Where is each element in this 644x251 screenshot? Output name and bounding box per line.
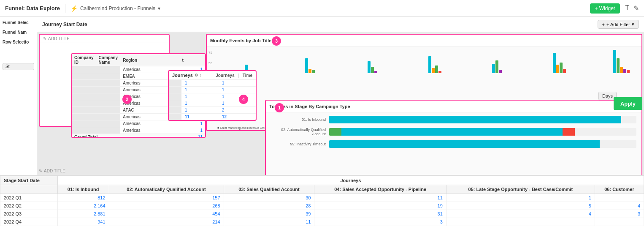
bottom-data-table: Stage Start Date Journeys 01: Is Inbound… (0, 176, 644, 226)
company-name-cell (96, 127, 121, 134)
chart-bar (492, 64, 495, 73)
red-seg (563, 128, 575, 136)
chart-bar (308, 69, 311, 73)
col-t: t (180, 54, 205, 66)
add-title-icon: ✎ (43, 36, 46, 41)
company-id-cell (72, 107, 96, 114)
add-filter-button[interactable]: + + Add Filter ▾ (598, 20, 639, 29)
add-widget-button[interactable]: + Widget (590, 3, 620, 14)
col-region: Region (120, 54, 179, 66)
jm-total-id (169, 114, 181, 120)
val-6 (595, 194, 644, 202)
chart-bar (623, 69, 626, 73)
grand-total-value: 11 (180, 134, 205, 138)
col-company-id: Company ID (72, 54, 96, 66)
cyan-seg-2 (341, 128, 563, 136)
val-3: 30 (224, 194, 314, 202)
company-name-cell (96, 120, 121, 127)
chart-bar (560, 63, 563, 73)
chart-bar (312, 70, 315, 73)
touches-row-3: 99: Inactivity Timeout (271, 140, 636, 148)
col-header-3: 03: Sales Qualified Account (224, 185, 314, 194)
select-button[interactable]: St (3, 63, 34, 70)
val-2: 454 (109, 210, 224, 218)
funnel-select-label: Funnel Selec (3, 20, 34, 25)
touches-chart: 01: Is Inbound 02: Automatically Qualifi… (266, 112, 641, 175)
callout-4: 4 (239, 95, 248, 104)
val-3: 28 (224, 202, 314, 210)
val-3: 11 (224, 218, 314, 226)
touches-title: Touches in Stage By Campaign Type (266, 101, 641, 112)
cyan-seg (329, 116, 621, 123)
touches-fill-1 (329, 116, 636, 123)
chart-bar (556, 65, 559, 73)
journeys-mini-total: 11 12 (169, 114, 256, 120)
touches-label-1: 01: Is Inbound (271, 117, 326, 122)
col-header-4: 04: Sales Accepted Opportunity - Pipelin… (314, 185, 446, 194)
bottom-table-area: Stage Start Date Journeys 01: Is Inbound… (0, 175, 644, 251)
callout-3: 3 (272, 36, 281, 46)
company-row: Americas 1 (72, 120, 205, 127)
val-5: 1 (446, 194, 595, 202)
company-name-cell (96, 107, 121, 114)
company-name-cell (96, 100, 121, 107)
filter-icon: ⚙ (195, 73, 198, 77)
chart-bar (438, 71, 441, 73)
grand-total-row: Grand Total 11 (72, 134, 205, 138)
chart-bar (371, 67, 374, 73)
text-icon[interactable]: T (625, 4, 629, 12)
touches-row-2: 02: Automatically Qualified Account (271, 128, 636, 136)
chart-bar (617, 58, 620, 73)
jm-time: 1 (219, 80, 256, 87)
apply-button[interactable]: Apply (614, 97, 642, 110)
touches-track-2 (329, 128, 636, 136)
journeys-mini-row: 1 1 (169, 87, 256, 93)
val-1: 812 (57, 194, 109, 202)
chart-group-wrapper (404, 56, 465, 73)
col-header-5: 05: Late Stage Opportunity - Best Case/C… (446, 185, 595, 194)
journeys-mini-row: 1 1 (169, 80, 256, 87)
app-header: Funnel: Data Explore ⚡ Calibermind Produ… (0, 0, 644, 17)
company-id-cell (72, 73, 96, 80)
touches-fill-2 (329, 128, 636, 136)
bottom-table-row: 2022 Q2 2,164 268 28 19 5 4 (0, 202, 644, 210)
chart-group (553, 53, 566, 73)
val-5: 4 (446, 210, 595, 218)
chevron-icon: ▾ (632, 22, 634, 27)
company-name-cell (96, 93, 121, 100)
touches-label-2: 02: Automatically Qualified Account (271, 128, 326, 136)
jm-id (169, 93, 181, 100)
company-name-cell (96, 87, 121, 93)
company-id-cell (72, 127, 96, 134)
main-panels-area: ✎ ADD TITLE Unique Journeys 11 Company I… (37, 32, 644, 175)
val-2: 268 (109, 202, 224, 210)
chart-group-wrapper (591, 50, 641, 73)
val-5: 5 (446, 202, 595, 210)
chart-group (428, 56, 441, 73)
funnel-name-section: Funnel Nam (3, 30, 34, 35)
val-2: 214 (109, 218, 224, 226)
company-id-cell (72, 93, 96, 100)
company-id-cell (72, 120, 96, 127)
company-id-cell (72, 80, 96, 87)
pipeline-selector[interactable]: ⚡ Calibermind Production - Funnels ▾ (70, 5, 160, 12)
add-title-bar-1: ✎ ADD TITLE (40, 35, 169, 43)
touches-track-1 (329, 116, 636, 123)
jm-journeys: 1 (181, 100, 219, 107)
company-row: Americas 1 (72, 127, 205, 134)
stage-start-date-header: Stage Start Date (0, 176, 58, 185)
touches-label-3: 99: Inactivity Timeout (271, 142, 326, 146)
col-company-name: Company Name (96, 54, 121, 66)
y-label-75: 75 (208, 51, 212, 55)
add-title-bar-2: ✎ ADD TITLE (39, 169, 170, 173)
jm-id (169, 80, 181, 87)
chart-bar (620, 67, 623, 73)
callout-1: 1 (275, 103, 284, 112)
row-selection-label: Row Selectio (3, 40, 34, 44)
touches-fill-3 (329, 140, 636, 148)
chart-bar (374, 71, 377, 73)
edit-icon[interactable]: ✎ (633, 4, 639, 12)
chevron-down-icon: ▾ (158, 5, 160, 11)
chart-bar (435, 65, 438, 73)
chart-group-wrapper (466, 60, 528, 73)
